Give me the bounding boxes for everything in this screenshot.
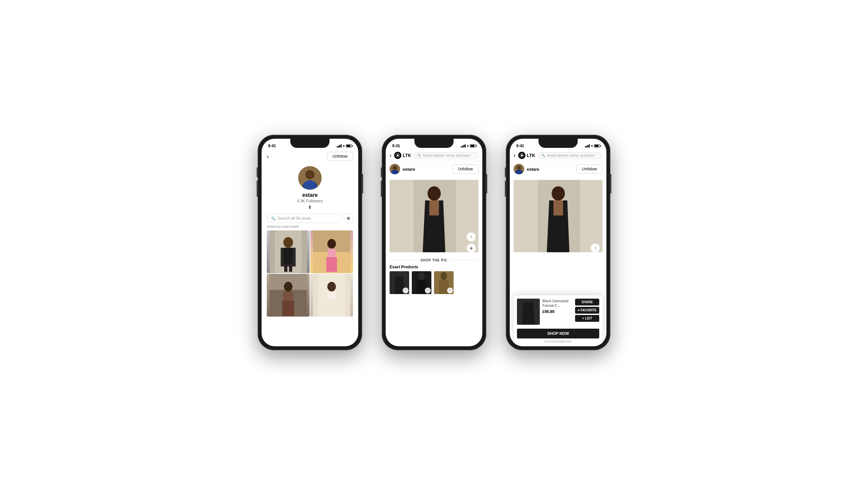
- share-icon[interactable]: ⬆: [308, 205, 312, 210]
- ltk-header-3: ‹ LTK 🔍 Search fashion, home, and more: [510, 151, 607, 161]
- svg-rect-53: [552, 225, 558, 252]
- unfollow-button-2[interactable]: Unfollow: [452, 164, 478, 174]
- back-button-2[interactable]: ‹: [390, 152, 392, 159]
- heart-button-3[interactable]: ♡: [447, 288, 453, 293]
- svg-point-51: [552, 186, 565, 201]
- main-post-image-3: ↑: [514, 177, 602, 255]
- notch: [290, 139, 330, 148]
- svg-point-45: [521, 154, 523, 156]
- exact-products-label: Exact Products: [390, 265, 478, 269]
- shop-now-button[interactable]: SHOP NOW: [517, 329, 599, 338]
- post-cell-2[interactable]: [310, 230, 353, 273]
- phone-2-screen: 9:41 ▾: [386, 139, 482, 346]
- ltk-logo-3: LTK: [518, 152, 535, 159]
- svg-rect-35: [428, 225, 434, 252]
- avatar-image: [298, 166, 322, 190]
- favorite-button[interactable]: ♥ FAVORITE: [575, 307, 599, 314]
- profile-username-3: estare: [527, 167, 539, 172]
- phone-1-screen: 9:41 ▾: [261, 139, 358, 346]
- filter-button[interactable]: ⊞: [344, 214, 353, 223]
- bookmark-action-button[interactable]: ⊕: [467, 244, 476, 253]
- heart-button-2[interactable]: ♡: [425, 288, 431, 293]
- back-button-3[interactable]: ‹: [514, 152, 516, 159]
- popup-product-row: Black Oversized Formal C... £95.89 SHARE…: [517, 299, 599, 325]
- svg-point-1: [305, 170, 314, 179]
- battery-fill-3: [595, 145, 598, 147]
- post-cell-3[interactable]: [267, 274, 310, 317]
- post-actions: ↑ ⊕: [467, 232, 476, 253]
- commission-text: Commissionable link.: [517, 340, 599, 343]
- svg-rect-36: [435, 225, 441, 252]
- post-image-main-3: [514, 177, 602, 255]
- heart-button-1[interactable]: ♡: [403, 288, 408, 293]
- svg-point-39: [418, 272, 425, 280]
- profile-nav: ‹ Unfollow: [261, 151, 358, 163]
- post-image-1: [267, 230, 310, 273]
- phone-2-wrapper: 9:41 ▾: [382, 135, 486, 350]
- battery-icon-2: [470, 144, 476, 148]
- volume-up-btn: [257, 181, 258, 197]
- search-bar: 🔍 Search all 56 posts ⊞: [267, 214, 353, 223]
- unfollow-button-3[interactable]: Unfollow: [577, 164, 602, 174]
- power-btn-3: [610, 174, 611, 194]
- wifi-icon-3: ▾: [591, 144, 593, 148]
- unfollow-button[interactable]: Unfollow: [327, 152, 353, 161]
- share-action-button[interactable]: ↑: [467, 232, 476, 241]
- followers-count: 4.3K Followers: [297, 199, 323, 203]
- profile-info: estare 4.3K Followers ⬆: [261, 163, 358, 214]
- status-icons: ▾: [337, 144, 352, 148]
- post-cell-4[interactable]: [310, 274, 353, 317]
- popup-product-info: Black Oversized Formal C... £95.89: [542, 299, 572, 325]
- status-icons-2: ▾: [461, 144, 476, 148]
- post-actions-3: ↑: [591, 244, 600, 253]
- ltk-label-3: LTK: [527, 153, 535, 158]
- profile-row-2: estare Unfollow: [386, 161, 482, 177]
- phone-3-wrapper: 9:41 ▾: [506, 135, 610, 350]
- ltk-label: LTK: [403, 153, 411, 158]
- ltk-search-3[interactable]: 🔍 Search fashion, home, and more: [538, 152, 602, 159]
- post-image-main: [390, 177, 478, 255]
- posts-grid: [261, 230, 358, 317]
- search-input-wrap[interactable]: 🔍 Search all 56 posts: [267, 214, 341, 223]
- phone-3-frame: 9:41 ▾: [506, 135, 610, 350]
- notch-2: [414, 139, 454, 148]
- svg-rect-19: [282, 300, 294, 316]
- volume-down-btn: [257, 167, 258, 177]
- ltk-logo: LTK: [394, 152, 411, 159]
- phone-3-screen: 9:41 ▾: [510, 139, 607, 346]
- popup-product-price: £95.89: [542, 310, 572, 314]
- wifi-icon-2: ▾: [467, 144, 469, 148]
- svg-rect-34: [429, 200, 439, 216]
- search-icon-3: 🔍: [541, 154, 545, 157]
- svg-rect-52: [554, 200, 563, 216]
- product-2[interactable]: ♡: [412, 271, 431, 294]
- phone-1-wrapper: 9:41 ▾: [258, 135, 362, 350]
- ltk-header: ‹ LTK 🔍 Search fashion, home, and more: [386, 151, 482, 161]
- svg-point-5: [283, 237, 293, 248]
- ltk-search[interactable]: 🔍 Search fashion, home, and more: [414, 152, 478, 159]
- phone-2-frame: 9:41 ▾: [382, 135, 486, 350]
- volume-down-btn-2: [381, 167, 382, 177]
- signal-icon: [337, 144, 342, 148]
- volume-down-btn-3: [505, 167, 506, 177]
- svg-point-17: [284, 282, 292, 291]
- share-action-button-3[interactable]: ↑: [591, 244, 600, 253]
- product-1[interactable]: ♡: [390, 271, 409, 294]
- filter-icon: ⊞: [347, 216, 350, 221]
- product-3[interactable]: ♡: [434, 271, 454, 294]
- main-post-image: ↑ ⊕: [390, 177, 478, 255]
- ltk-icon-3: [518, 152, 525, 159]
- share-button[interactable]: SHARE: [575, 299, 599, 305]
- battery-icon: [346, 144, 352, 148]
- back-button[interactable]: ‹: [267, 153, 269, 160]
- svg-point-12: [327, 239, 336, 248]
- post-cell-1[interactable]: [267, 230, 310, 273]
- list-button[interactable]: + LIST: [575, 315, 599, 322]
- divider-right: [450, 260, 478, 260]
- status-time-3: 9:41: [516, 143, 524, 148]
- products-row: ♡ ♡: [390, 271, 478, 294]
- profile-left-3: estare: [514, 164, 539, 174]
- wifi-icon: ▾: [343, 144, 344, 148]
- sort-label: Sorted by most recent: [261, 225, 358, 230]
- power-btn: [362, 174, 363, 194]
